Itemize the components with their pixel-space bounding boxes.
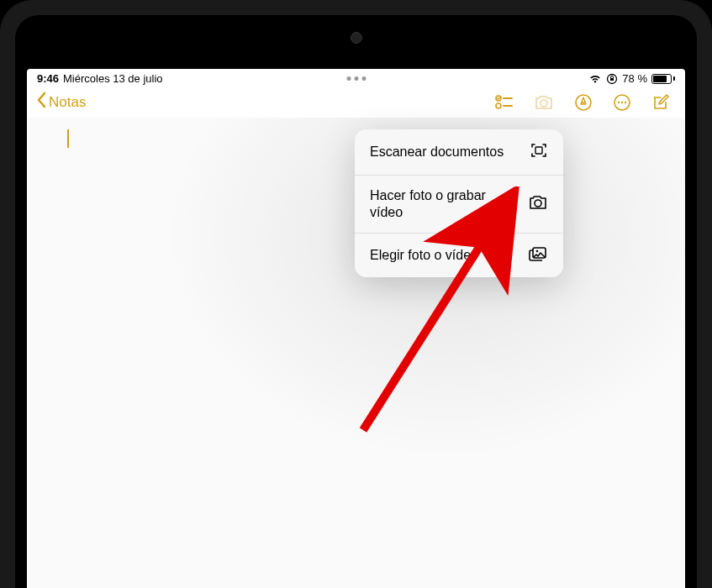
orientation-lock-icon (606, 73, 618, 85)
status-bar: 9:46 Miércoles 13 de julio 78 % (27, 69, 685, 87)
gallery-icon (528, 245, 548, 265)
toolbar: Notas (27, 87, 685, 118)
text-cursor (67, 129, 69, 148)
ipad-frame: 9:46 Miércoles 13 de julio 78 % (0, 0, 712, 588)
front-camera (351, 32, 362, 44)
chevron-left-icon (37, 92, 47, 113)
toolbar-right (495, 93, 670, 112)
popover-label: Escanear documentos (370, 144, 504, 160)
status-date: Miércoles 13 de julio (63, 72, 163, 85)
popover-label: Elegir foto o vídeo (370, 247, 478, 264)
battery-icon (651, 74, 675, 84)
popover-item-choose-photo[interactable]: Elegir foto o vídeo (355, 234, 563, 277)
scan-icon (530, 141, 548, 163)
svg-point-12 (625, 101, 626, 102)
svg-rect-13 (535, 147, 542, 154)
screen: 9:46 Miércoles 13 de julio 78 % (27, 69, 685, 588)
popover-label: Hacer foto o grabar vídeo (370, 187, 504, 221)
camera-icon (528, 194, 548, 214)
camera-toolbar-icon[interactable] (534, 94, 554, 111)
status-left: 9:46 Miércoles 13 de julio (37, 72, 163, 85)
wifi-icon (588, 74, 602, 84)
svg-point-11 (621, 101, 623, 102)
multitask-dots[interactable] (346, 76, 366, 81)
markup-icon[interactable] (574, 93, 593, 112)
back-label: Notas (49, 94, 86, 111)
status-right: 78 % (588, 72, 675, 85)
svg-rect-1 (610, 78, 614, 81)
compose-icon[interactable] (651, 93, 670, 112)
svg-point-4 (496, 103, 501, 108)
popover-item-take-photo[interactable]: Hacer foto o grabar vídeo (355, 176, 563, 234)
status-time: 9:46 (37, 72, 59, 85)
camera-popover: Escanear documentos Hacer foto o grabar … (355, 129, 563, 277)
popover-item-scan[interactable]: Escanear documentos (355, 129, 563, 176)
svg-point-10 (618, 101, 620, 102)
svg-point-6 (541, 100, 547, 107)
battery-percentage: 78 % (622, 72, 647, 85)
checklist-icon[interactable] (495, 95, 514, 110)
svg-point-14 (535, 200, 541, 207)
back-button[interactable]: Notas (37, 92, 86, 113)
svg-point-16 (536, 250, 539, 253)
more-icon[interactable] (613, 93, 631, 112)
